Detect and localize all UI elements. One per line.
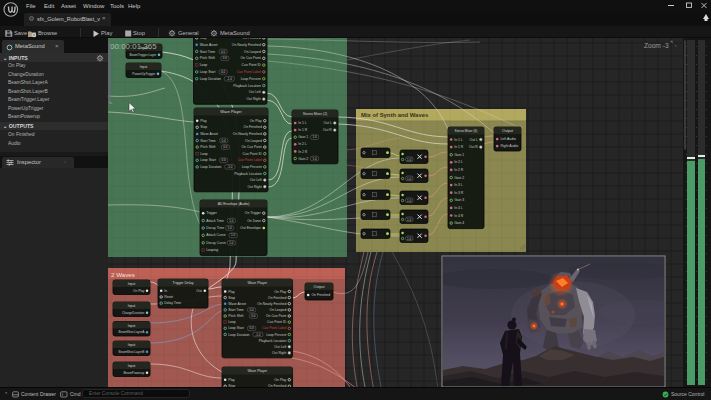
svg-text:On Play: On Play	[274, 378, 286, 382]
svg-text:Input: Input	[128, 343, 136, 347]
svg-text:Input: Input	[128, 304, 136, 308]
svg-text:Reset: Reset	[164, 295, 173, 299]
svg-text:In 3 L: In 3 L	[454, 183, 463, 187]
svg-text:Cue Point ID: Cue Point ID	[242, 63, 262, 67]
svg-text:Gain 1: Gain 1	[454, 153, 464, 157]
svg-text:Input: Input	[128, 324, 136, 328]
svg-text:-1.0: -1.0	[227, 165, 233, 169]
svg-text:Stop: Stop	[200, 36, 207, 40]
svg-text:On Looped: On Looped	[270, 308, 287, 312]
svg-text:Start Time: Start Time	[200, 50, 216, 54]
svg-text:1.0: 1.0	[407, 177, 412, 181]
svg-text:Delay Time: Delay Time	[164, 301, 181, 305]
svg-text:Out: Out	[196, 289, 202, 293]
svg-text:Pitch Shift: Pitch Shift	[228, 314, 243, 318]
svg-text:Loop: Loop	[200, 63, 208, 67]
svg-text:Start Time: Start Time	[228, 308, 244, 312]
svg-text:-1.0: -1.0	[255, 333, 261, 337]
svg-text:In 4 R: In 4 R	[454, 214, 464, 218]
svg-text:Out Right: Out Right	[272, 351, 286, 355]
svg-text:Loop Duration: Loop Duration	[200, 165, 221, 169]
svg-text:Loop Percent: Loop Percent	[242, 165, 262, 169]
svg-text:1.0: 1.0	[407, 218, 412, 222]
svg-text:In 1 R: In 1 R	[454, 145, 464, 149]
svg-text:Stereo Mixer (6): Stereo Mixer (6)	[455, 129, 478, 133]
svg-text:Play: Play	[200, 119, 207, 123]
svg-text:Stop: Stop	[200, 125, 207, 129]
svg-text:Stop: Stop	[228, 296, 235, 300]
svg-text:Loop Start: Loop Start	[228, 326, 244, 330]
svg-text:0.0: 0.0	[250, 308, 255, 312]
svg-text:Attack Time: Attack Time	[206, 219, 224, 223]
svg-text:Playback Location: Playback Location	[233, 84, 261, 88]
svg-text:Input: Input	[128, 282, 136, 286]
svg-text:Loop Percent: Loop Percent	[241, 77, 261, 81]
svg-text:On Looped: On Looped	[244, 50, 261, 54]
svg-text:On Finished: On Finished	[243, 36, 261, 40]
svg-text:Out R: Out R	[469, 145, 478, 149]
svg-text:Play: Play	[200, 29, 207, 33]
svg-text:PowerUpTrigger: PowerUpTrigger	[132, 72, 156, 76]
svg-text:Loop Start: Loop Start	[200, 158, 216, 162]
svg-text:Out Left: Out Left	[250, 178, 262, 182]
svg-text:Out Right: Out Right	[246, 97, 260, 101]
svg-text:In 3 R: In 3 R	[454, 191, 464, 195]
svg-text:Cue Point Label: Cue Point Label	[238, 158, 262, 162]
svg-text:Wave Player: Wave Player	[247, 369, 268, 373]
svg-text:On Looped: On Looped	[245, 139, 262, 143]
svg-text:BeamPowerup: BeamPowerup	[123, 371, 144, 375]
svg-text:1.0: 1.0	[229, 241, 234, 245]
svg-text:Loop: Loop	[200, 152, 208, 156]
svg-text:Trigger: Trigger	[206, 211, 217, 215]
svg-text:Play: Play	[228, 378, 235, 382]
svg-text:Out Left: Out Left	[274, 345, 286, 349]
svg-text:On Done: On Done	[247, 219, 261, 223]
svg-text:1.0: 1.0	[407, 158, 412, 162]
svg-text:In 1 R: In 1 R	[298, 128, 308, 132]
svg-text:Looping: Looping	[206, 248, 218, 252]
svg-text:Input: Input	[128, 364, 136, 368]
svg-text:ChargeDuration: ChargeDuration	[122, 311, 145, 315]
svg-text:1.0: 1.0	[407, 237, 412, 241]
svg-text:Wave Asset: Wave Asset	[228, 302, 246, 306]
svg-text:0.0: 0.0	[222, 158, 227, 162]
svg-text:-1.0: -1.0	[227, 77, 233, 81]
svg-text:Start Time: Start Time	[200, 139, 216, 143]
svg-text:In 2 R: In 2 R	[454, 168, 464, 172]
svg-text:Loop Percent: Loop Percent	[266, 333, 286, 337]
svg-text:1.0: 1.0	[407, 199, 412, 203]
svg-text:On Cue Point: On Cue Point	[266, 314, 286, 318]
svg-text:Cue Point Label: Cue Point Label	[237, 70, 261, 74]
svg-text:On Trigger: On Trigger	[245, 211, 262, 215]
svg-text:00:00:01.365: 00:00:01.365	[110, 42, 157, 51]
svg-text:1.0: 1.0	[312, 157, 317, 161]
svg-text:On Play: On Play	[274, 290, 286, 294]
svg-text:On Cue Point: On Cue Point	[240, 56, 260, 60]
svg-text:Right Audio: Right Audio	[500, 144, 518, 148]
svg-text:BeamShot.LayerA: BeamShot.LayerA	[119, 330, 146, 334]
svg-text:Input: Input	[140, 65, 148, 69]
svg-text:Output: Output	[314, 285, 325, 289]
svg-text:Out Left: Out Left	[249, 90, 261, 94]
svg-text:Trigger Delay: Trigger Delay	[173, 281, 194, 285]
svg-text:Wave Asset: Wave Asset	[200, 132, 218, 136]
svg-text:Out R: Out R	[323, 128, 332, 132]
svg-text:0.0: 0.0	[223, 56, 228, 60]
svg-text:Left Audio: Left Audio	[500, 137, 516, 141]
svg-text:1.0: 1.0	[228, 226, 233, 230]
svg-text:Cue Point ID: Cue Point ID	[267, 320, 287, 324]
svg-text:0.0: 0.0	[221, 50, 226, 54]
svg-text:Cue Point ID: Cue Point ID	[243, 152, 263, 156]
svg-text:In 2 R: In 2 R	[298, 150, 308, 154]
svg-text:Cue Point Label: Cue Point Label	[262, 326, 286, 330]
svg-text:Out Envelope: Out Envelope	[240, 226, 261, 230]
svg-text:0.0: 0.0	[223, 145, 228, 149]
svg-text:Wave Asset: Wave Asset	[200, 43, 218, 47]
svg-text:On Nearly Finished: On Nearly Finished	[257, 302, 286, 306]
svg-text:On Finished: On Finished	[244, 125, 262, 129]
svg-text:Wave Player: Wave Player	[247, 281, 268, 285]
svg-text:Out L: Out L	[324, 121, 332, 125]
svg-text:Out Right: Out Right	[247, 185, 261, 189]
svg-text:Stereo Mixer (2): Stereo Mixer (2)	[303, 112, 327, 116]
svg-text:Gain 2: Gain 2	[298, 157, 308, 161]
